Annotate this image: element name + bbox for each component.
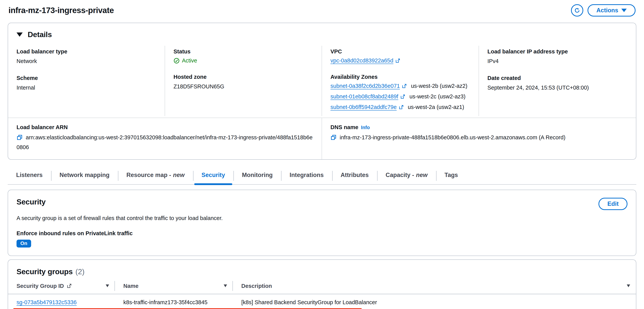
sort-triangle-icon xyxy=(626,284,630,288)
field-value: Network xyxy=(16,58,156,65)
security-title: Security xyxy=(16,198,46,206)
page-header: infra-mz-173-ingress-private Actions xyxy=(8,0,636,18)
details-title: Details xyxy=(28,30,52,39)
field-value: Z18D5FSROUN65G xyxy=(174,83,313,90)
sort-triangle-icon xyxy=(105,284,110,288)
dns-label-text: DNS name xyxy=(330,124,358,130)
field-load-balancer-type: Load balancer type Network xyxy=(16,48,156,65)
az-zone-text: us-west-2c (usw2-az3) xyxy=(410,94,466,100)
security-groups-header: Security groups (2) xyxy=(8,260,636,281)
tab-attributes[interactable]: Attributes xyxy=(332,170,377,184)
subnet-link-2[interactable]: subnet-01eb08cf8abd2489f xyxy=(330,94,405,100)
details-grid: Load balancer type Network Scheme Intern… xyxy=(8,44,636,118)
field-label: Load balancer IP address type xyxy=(488,48,628,55)
column-header-security-group-id[interactable]: Security Group ID xyxy=(8,281,115,294)
refresh-button[interactable] xyxy=(571,4,583,16)
field-label: Availability Zones xyxy=(330,74,470,80)
subnet-link-text: subnet-0a38f2c6d2b36e071 xyxy=(330,83,400,89)
field-label: DNS nameInfo xyxy=(330,124,628,130)
info-link[interactable]: Info xyxy=(361,125,370,130)
security-group-link[interactable]: sg-073a5b479132c5336 xyxy=(16,299,77,306)
column-header-name[interactable]: Name xyxy=(115,281,233,294)
field-vpc: VPC vpc-0a8d02cd83922a65d xyxy=(330,48,470,64)
external-link-icon xyxy=(400,94,405,99)
external-link-icon xyxy=(399,105,404,110)
tab-integrations[interactable]: Integrations xyxy=(281,170,332,184)
dns-value: infra-mz-173-ingress-private-488fa1518b6… xyxy=(330,133,628,143)
details-bottom-row: Load balancer ARN arn:aws:elasticloadbal… xyxy=(8,118,636,159)
sort-triangle-icon xyxy=(223,284,228,288)
tab-capacity[interactable]: Capacity -new xyxy=(377,170,436,184)
subnet-link-text: subnet-0b6ff5942addfc79e xyxy=(330,104,397,110)
az-row: subnet-0b6ff5942addfc79e us-west-2a (usw… xyxy=(330,104,470,110)
status-badge: Active xyxy=(174,58,313,64)
field-label: Hosted zone xyxy=(174,74,313,80)
column-header-label: Name xyxy=(123,283,138,289)
tab-tags[interactable]: Tags xyxy=(436,170,466,184)
details-panel: Details Load balancer type Network Schem… xyxy=(8,23,636,160)
cell-name: k8s-traffic-inframz173-35f4cc3845 xyxy=(115,294,233,309)
field-value: Internal xyxy=(16,84,156,92)
enforce-on-badge: On xyxy=(16,240,31,248)
copy-icon[interactable] xyxy=(16,134,23,143)
subnet-link-3[interactable]: subnet-0b6ff5942addfc79e xyxy=(330,104,404,110)
column-header-description[interactable]: Description xyxy=(233,281,636,294)
security-header: Security Edit xyxy=(8,190,636,210)
edit-button[interactable]: Edit xyxy=(598,198,628,210)
field-status: Status Active xyxy=(174,48,313,64)
field-availability-zones: Availability Zones subnet-0a38f2c6d2b36e… xyxy=(330,74,470,110)
details-column-2: Status Active Hosted zone Z18D5FSROUN6 xyxy=(165,46,322,116)
details-column-3: VPC vpc-0a8d02cd83922a65d Availability Z… xyxy=(322,46,479,116)
field-date-created: Date created September 24, 2024, 15:53 (… xyxy=(488,75,628,92)
field-hosted-zone: Hosted zone Z18D5FSROUN65G xyxy=(174,74,313,90)
tab-network-mapping[interactable]: Network mapping xyxy=(51,170,118,184)
header-controls: Actions xyxy=(571,4,636,16)
cell-description: [k8s] Shared Backend SecurityGroup for L… xyxy=(233,294,636,309)
caret-down-icon xyxy=(621,9,627,12)
field-scheme: Scheme Internal xyxy=(16,75,156,92)
field-value: September 24, 2024, 15:53 (UTC+08:00) xyxy=(488,84,628,92)
tab-listeners[interactable]: Listeners xyxy=(8,170,51,184)
az-zone-text: us-west-2b (usw2-az2) xyxy=(411,83,467,89)
tabs-bar: Listeners Network mapping Resource map -… xyxy=(8,170,636,185)
security-description: A security group is a set of firewall ru… xyxy=(8,210,636,221)
edit-button-label: Edit xyxy=(607,200,619,207)
vpc-link-text: vpc-0a8d02cd83922a65d xyxy=(330,58,393,64)
security-groups-count: (2) xyxy=(75,268,84,276)
security-groups-panel: Security groups (2) Security Group ID xyxy=(8,260,636,309)
details-column-4: Load balancer IP address type IPv4 Date … xyxy=(479,46,636,116)
triangle-down-icon xyxy=(16,32,23,37)
security-panel: Security Edit A security group is a set … xyxy=(8,190,636,256)
tab-monitoring[interactable]: Monitoring xyxy=(234,170,281,184)
details-column-1: Load balancer type Network Scheme Intern… xyxy=(8,46,165,116)
arn-text: arn:aws:elasticloadbalancing:us-west-2:3… xyxy=(16,134,312,150)
field-label: Load balancer ARN xyxy=(16,124,313,130)
actions-button[interactable]: Actions xyxy=(588,4,636,16)
vpc-link[interactable]: vpc-0a8d02cd83922a65d xyxy=(330,58,400,64)
copy-icon[interactable] xyxy=(330,134,336,143)
page-title: infra-mz-173-ingress-private xyxy=(8,6,114,15)
tab-security[interactable]: Security xyxy=(193,170,234,184)
table-header-row: Security Group ID Name xyxy=(8,281,636,294)
az-row: subnet-01eb08cf8abd2489f us-west-2c (usw… xyxy=(330,94,470,100)
az-row: subnet-0a38f2c6d2b36e071 us-west-2b (usw… xyxy=(330,83,470,89)
column-header-label: Security Group ID xyxy=(16,283,64,289)
security-groups-table: Security Group ID Name xyxy=(8,281,636,309)
security-group-link-text: sg-073a5b479132c5336 xyxy=(16,299,77,306)
field-label: VPC xyxy=(330,48,470,55)
column-header-label: Description xyxy=(241,283,272,289)
field-label: Load balancer type xyxy=(16,48,156,55)
security-groups-title: Security groups xyxy=(16,268,72,276)
external-link-icon xyxy=(67,284,72,288)
tab-resource-map[interactable]: Resource map -new xyxy=(118,170,193,184)
external-link-icon xyxy=(395,58,400,63)
refresh-icon xyxy=(574,7,580,14)
check-circle-icon xyxy=(174,58,180,64)
actions-button-label: Actions xyxy=(596,7,618,14)
external-link-icon xyxy=(402,84,407,88)
field-ip-address-type: Load balancer IP address type IPv4 xyxy=(488,48,628,65)
details-section-header[interactable]: Details xyxy=(8,23,636,44)
cell-security-group-id: sg-073a5b479132c5336 xyxy=(8,294,115,309)
enforce-inbound-label: Enforce inbound rules on PrivateLink tra… xyxy=(8,221,636,236)
subnet-link-1[interactable]: subnet-0a38f2c6d2b36e071 xyxy=(330,83,407,89)
